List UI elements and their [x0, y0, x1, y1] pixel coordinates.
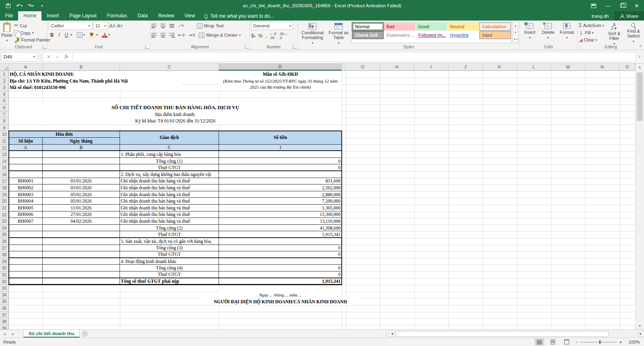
align-center-icon[interactable]	[160, 33, 166, 37]
row-header-19[interactable]: 19	[0, 191, 9, 198]
cell-D26[interactable]	[219, 238, 342, 245]
paste-button[interactable]: Paste ▾	[1, 22, 12, 43]
accounting-format-icon[interactable]: $▾	[251, 33, 256, 39]
cell-C21[interactable]: Ghi nhận doanh thu bán hàng và thuế	[120, 205, 219, 211]
vertical-scrollbar[interactable]: ▲ ▼	[635, 64, 644, 329]
cell-C32[interactable]: Tổng số thuế GTGT phải nộp	[120, 278, 219, 285]
formula-input[interactable]	[73, 52, 636, 62]
cell-A22[interactable]: BH0006	[9, 211, 43, 218]
select-all-corner[interactable]	[0, 64, 9, 70]
cell-D16[interactable]	[219, 171, 342, 178]
vertical-scroll-thumb[interactable]	[637, 73, 643, 121]
bold-button[interactable]: B	[49, 32, 55, 38]
cell-D20[interactable]: 7,200,000	[219, 198, 342, 205]
cell-C16[interactable]: 2. Dịch vụ, xây dựng không bao thầu nguy…	[120, 171, 219, 178]
cell-style-good[interactable]: Good	[416, 23, 447, 31]
cell-A6[interactable]: SỔ CHI TIẾT DOANH THU BÁN HÀNG HÓA, DỊCH…	[9, 104, 342, 111]
align-right-icon[interactable]	[169, 33, 175, 37]
name-box[interactable]: D45▾	[1, 52, 38, 62]
row-header-38[interactable]: 38	[0, 318, 9, 325]
decrease-decimal-icon[interactable]: .00→.0	[279, 32, 288, 40]
cell-D2[interactable]: (Kèm theo Thông tư số 152/2025/TT-BTC ng…	[219, 78, 342, 91]
cell-C15[interactable]: Thuế GTGT	[120, 164, 219, 171]
cell-B27[interactable]	[43, 245, 120, 252]
cell-B17[interactable]: 03/01/2026	[43, 178, 120, 185]
cell-C20[interactable]: Ghi nhận doanh thu bán hàng và thuế	[120, 198, 219, 205]
cell-style-calculation[interactable]: Calculation	[479, 23, 511, 31]
bottom-align-icon[interactable]	[169, 24, 175, 28]
row-header-12[interactable]: 12	[0, 145, 9, 151]
number-format-combobox[interactable]: General▾	[251, 22, 293, 30]
cell-B25[interactable]	[43, 231, 120, 238]
row-header-29[interactable]: 29	[0, 258, 9, 265]
cell-D15[interactable]: 0	[219, 164, 342, 171]
row-header-21[interactable]: 21	[0, 205, 9, 211]
cell-A21[interactable]: BH0005	[9, 205, 43, 211]
grow-font-icon[interactable]: A˄	[109, 23, 116, 29]
ribbon-tab-data[interactable]: Data	[132, 11, 153, 21]
row-header-24[interactable]: 24	[0, 225, 9, 232]
cell-style-followed-hy-[interactable]: Followed Hy...	[416, 31, 447, 39]
cell-B32[interactable]	[43, 278, 120, 285]
cell-A28[interactable]	[9, 251, 43, 258]
ribbon-tab-review[interactable]: Review	[153, 11, 179, 21]
row-header-13[interactable]: 13	[0, 151, 9, 158]
row-header-25[interactable]: 25	[0, 231, 9, 238]
cell-A11[interactable]: Số hiệu	[9, 138, 43, 145]
cell-B18[interactable]: 03/01/2026	[43, 184, 120, 191]
cell-D22[interactable]: 13,360,000	[219, 211, 342, 218]
cut-button[interactable]: ✂Cut	[13, 23, 51, 29]
cell-A10[interactable]: Hóa đơn	[9, 131, 120, 138]
font-size-combobox[interactable]: 11▾	[93, 22, 108, 30]
cell-A24[interactable]	[9, 225, 43, 232]
column-header-J[interactable]: J	[448, 64, 483, 70]
cell-D17[interactable]: 831,600	[219, 178, 342, 185]
cell-D30[interactable]: 0	[219, 265, 342, 271]
scroll-up-icon[interactable]: ▲	[636, 64, 644, 70]
cell-C14[interactable]: Tổng cộng (1)	[120, 158, 219, 165]
row-header-10[interactable]: 10	[0, 131, 9, 138]
gallery-up-icon[interactable]: ▲	[513, 22, 518, 29]
cell-B20[interactable]: 05/01/2026	[43, 198, 120, 205]
cell-D35[interactable]: NGƯỜI ĐẠI DIỆN HỘ KINH DOANH/CÁ NHÂN KIN…	[199, 298, 362, 305]
row-header-27[interactable]: 27	[0, 245, 9, 252]
scroll-down-icon[interactable]: ▼	[636, 323, 644, 329]
cell-style-check-cell[interactable]: Check Cell	[352, 31, 384, 39]
restore-button[interactable]	[615, 0, 630, 11]
enter-icon[interactable]: ✓	[54, 54, 62, 60]
cell-C25[interactable]: Thuế GTGT	[120, 231, 219, 238]
cell-style-bad[interactable]: Bad	[384, 23, 415, 31]
cell-D18[interactable]: 2,562,000	[219, 184, 342, 191]
sort-filter-button[interactable]: AZ▼ Sort & Filter▾	[605, 22, 623, 43]
cell-B31[interactable]	[43, 271, 120, 278]
format-painter-button[interactable]: Format Painter	[13, 37, 51, 43]
cell-B19[interactable]: 05/01/2026	[43, 191, 120, 198]
increase-decimal-icon[interactable]: ←.0.00	[270, 32, 277, 40]
column-header-B[interactable]: B	[43, 64, 120, 70]
save-icon[interactable]	[3, 1, 13, 10]
row-header-8[interactable]: 8	[0, 118, 9, 124]
row-header-20[interactable]: 20	[0, 198, 9, 205]
tell-me-box[interactable]: Tell me what you want to do...	[200, 11, 278, 21]
scroll-left-icon[interactable]: ◀	[389, 331, 395, 337]
cell-C19[interactable]: Ghi nhận doanh thu bán hàng và thuế	[120, 191, 219, 198]
horizontal-scroll-thumb[interactable]	[395, 331, 609, 337]
page-break-view-button[interactable]	[562, 338, 572, 346]
italic-button[interactable]: I	[56, 32, 62, 38]
gallery-more-icon[interactable]: ▼≡	[513, 36, 518, 43]
format-as-table-button[interactable]: Format as Table▾	[326, 22, 351, 43]
cell-B15[interactable]	[43, 164, 120, 171]
row-header-35[interactable]: 35	[0, 298, 9, 305]
font-name-combobox[interactable]: Calibri▾	[49, 22, 92, 30]
cell-A19[interactable]: BH0003	[9, 191, 43, 198]
ribbon-tab-page-layout[interactable]: Page Layout	[64, 11, 101, 21]
cell-A13[interactable]	[9, 151, 43, 158]
cell-style-normal[interactable]: Normal	[352, 23, 384, 31]
zoom-slider-thumb[interactable]	[599, 340, 601, 344]
cell-A20[interactable]: BH0004	[9, 198, 43, 205]
cell-D27[interactable]: 0	[219, 245, 342, 252]
undo-icon[interactable]: ↶▾	[14, 1, 24, 10]
ribbon-tab-home[interactable]: Home	[18, 11, 41, 21]
cell-D13[interactable]	[219, 151, 342, 158]
column-header-L[interactable]: L	[517, 64, 551, 70]
